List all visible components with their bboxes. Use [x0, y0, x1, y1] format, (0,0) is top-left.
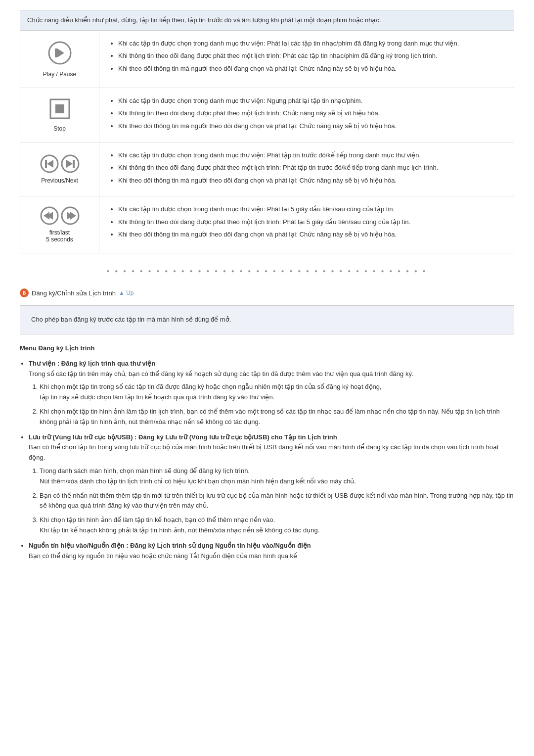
prev-next-desc: Khi các tập tin được chọn trong danh mục…	[99, 142, 514, 196]
list-item: Khi thông tin theo dõi đang được phát th…	[118, 217, 504, 227]
section-number-icon: 8	[20, 288, 29, 297]
first-last-icon-cell: first/last 5 seconds	[20, 196, 99, 253]
svg-marker-13	[44, 212, 49, 220]
list-item: Khi các tập tin được chọn trong danh mục…	[118, 150, 504, 160]
list-item: Bạn có thể nhấn nút thêm thêm tập tin mớ…	[40, 491, 514, 512]
table-header: Chức năng điều khiển như phát, dừng, tập…	[20, 10, 514, 31]
menu-item-1-steps: Khi chọn một tập tin trong số các tập ti…	[29, 382, 514, 427]
content-section: Menu Đăng ký Lịch trình Thư viện : Đăng …	[20, 344, 514, 562]
menu-item-2-title: Lưu trữ (Vùng lưu trữ cục bộ/USB) : Đăng…	[29, 433, 337, 441]
menu-item-2-steps: Trong danh sách màn hình, chọn màn hình …	[29, 466, 514, 536]
svg-rect-9	[73, 160, 75, 168]
prev-next-icon	[40, 154, 80, 173]
list-item: Khi các tập tin được chọn trong danh mục…	[118, 204, 504, 214]
stop-desc: Khi các tập tin được chọn trong danh mục…	[99, 88, 514, 142]
stop-icon-cell: Stop	[20, 88, 99, 142]
list-item: Khi thông tin theo dõi đang được phát th…	[118, 163, 504, 173]
prev-next-row: Previous/Next Khi các tập tin được chọn …	[20, 142, 514, 197]
svg-rect-4	[55, 104, 64, 113]
list-item: Khi chọn một tập tin trong số các tập ti…	[40, 382, 514, 403]
svg-rect-2	[55, 48, 57, 57]
svg-marker-16	[70, 212, 76, 220]
section-heading: 8 Đăng ký/Chỉnh sửa Lịch trình ▲ Up	[20, 288, 514, 297]
play-pause-icon-cell: Play / Pause	[20, 31, 99, 88]
list-item: Khi các tập tin được chọn trong danh mục…	[118, 96, 504, 106]
list-item: Khi theo dõi thông tin mà người theo dõi…	[118, 121, 504, 131]
play-pause-row: Play / Pause Khi các tập tin được chọn t…	[20, 31, 514, 88]
svg-marker-7	[47, 160, 53, 168]
list-item: Trong danh sách màn hình, chọn màn hình …	[40, 466, 514, 487]
intro-text: Cho phép bạn đăng ký trước các tập tin m…	[31, 316, 231, 323]
control-rows: Play / Pause Khi các tập tin được chọn t…	[20, 31, 514, 253]
list-item: Khi các tập tin được chọn trong danh mục…	[118, 39, 504, 48]
list-item: Khi thông tin theo dõi đang được phát th…	[118, 108, 504, 118]
menu-item-3-body: Bạn có thể đăng ký nguồn tín hiệu vào ho…	[29, 552, 297, 560]
up-link[interactable]: ▲ Up	[119, 289, 134, 296]
menu-item-2-body: Bạn có thể chọn tập tin trong vùng lưu t…	[29, 443, 498, 461]
menu-item-signal: Nguồn tín hiệu vào/Nguồn điện : Đăng ký …	[29, 541, 514, 562]
menu-item-library: Thư viện : Đăng ký lịch trình qua thư vi…	[29, 359, 514, 427]
intro-box: Cho phép bạn đăng ký trước các tập tin m…	[20, 305, 514, 334]
control-table: Chức năng điều khiển như phát, dừng, tập…	[20, 10, 514, 253]
list-item: Khi chọn tập tin hình ảnh để làm tập tin…	[40, 515, 514, 536]
stop-row: Stop Khi các tập tin được chọn trong dan…	[20, 88, 514, 142]
first-last-desc: Khi các tập tin được chọn trong danh mục…	[99, 196, 514, 253]
section-title: Đăng ký/Chỉnh sửa Lịch trình	[32, 289, 116, 297]
prev-next-icon-cell: Previous/Next	[20, 142, 99, 196]
list-item: Khi thông tin theo dõi đang được phát th…	[118, 51, 504, 61]
first-last-icon	[40, 206, 80, 225]
menu-item-1-body: Trong số các tập tin trên máy chủ, bạn c…	[29, 370, 414, 378]
list-item: Khi theo dõi thông tin mà người theo dõi…	[118, 64, 504, 74]
menu-item-3-title: Nguồn tín hiệu vào/Nguồn điện : Đăng ký …	[29, 542, 311, 549]
svg-marker-1	[57, 48, 64, 57]
first-last-label: first/last 5 seconds	[46, 229, 73, 243]
list-item: Khi theo dõi thông tin mà người theo dõi…	[118, 230, 504, 239]
first-last-row: first/last 5 seconds Khi các tập tin đượ…	[20, 196, 514, 253]
prev-next-label: Previous/Next	[41, 177, 78, 184]
menu-title: Menu Đăng ký Lịch trình	[20, 344, 514, 352]
play-pause-icon	[47, 41, 72, 67]
menu-item-storage: Lưu trữ (Vùng lưu trữ cục bộ/USB) : Đăng…	[29, 432, 514, 536]
list-item: Khi theo dõi thông tin mà người theo dõi…	[118, 176, 504, 186]
play-pause-label: Play / Pause	[43, 71, 76, 78]
svg-marker-10	[66, 160, 73, 168]
play-pause-desc: Khi các tập tin được chọn trong danh mục…	[99, 31, 514, 88]
svg-rect-6	[45, 160, 47, 168]
list-item: Khi chọn một tập tin hình ảnh làm tập ti…	[40, 407, 514, 427]
menu-item-1-title: Thư viện : Đăng ký lịch trình qua thư vi…	[29, 360, 155, 367]
stop-label: Stop	[53, 125, 66, 132]
stop-icon	[49, 98, 71, 121]
dots-divider: ● ● ● ● ● ● ● ● ● ● ● ● ● ● ● ● ● ● ● ● …	[20, 268, 514, 274]
